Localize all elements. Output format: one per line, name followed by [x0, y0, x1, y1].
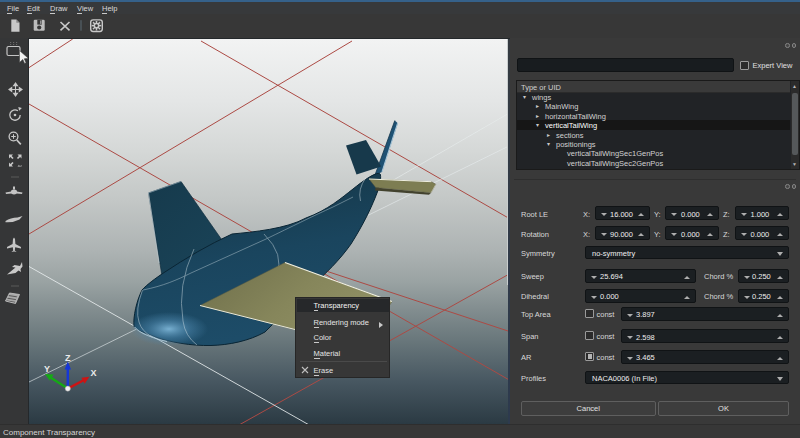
svg-text:Y: Y — [44, 364, 50, 374]
svg-text:Z: Z — [65, 353, 71, 363]
svg-text:X: X — [91, 368, 97, 378]
